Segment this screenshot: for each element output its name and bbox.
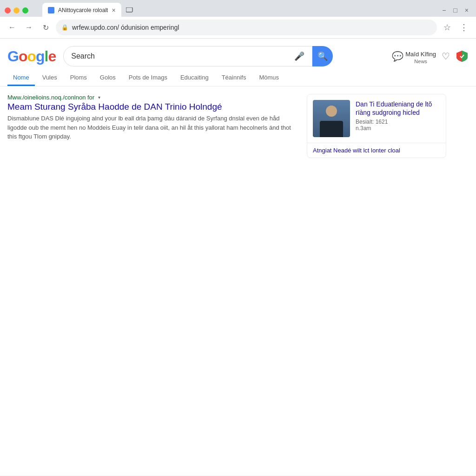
address-bar[interactable]: 🔒 [56, 20, 437, 35]
title-bar: ANittoycarole roloalt × − □ × [0, 0, 476, 17]
logo-g1: G [7, 48, 19, 65]
person-silhouette [313, 100, 350, 137]
news-image-container: Dan Ti Eduatleniang de ltŏ rïàng sudgroi… [307, 94, 446, 143]
google-header: Google Search 🎤 🔍 💬 Maīd Kīfing News [0, 39, 476, 70]
tab-bar: ANittoycarole roloalt × [38, 3, 141, 18]
result-url: Mww./oinelioins.noq./conlnon for ▾ [7, 94, 296, 101]
result-snippet: Dismablune DAS Dlé ingujoing alnd your l… [7, 114, 296, 141]
back-button[interactable]: ← [6, 21, 19, 34]
window-minimize-button[interactable]: − [439, 6, 449, 15]
minimize-button[interactable] [13, 7, 20, 13]
person-head [326, 106, 337, 117]
main-results: Mww./oinelioins.noq./conlnon for ▾ Meam … [7, 94, 296, 158]
result-item: Mww./oinelioins.noq./conlnon for ▾ Meam … [7, 94, 296, 141]
tab-close-icon[interactable]: × [112, 7, 115, 13]
heart-icon: ♡ [442, 51, 450, 61]
person-suit [320, 121, 343, 137]
logo-o1: o [19, 48, 27, 65]
tab-favicon [48, 7, 54, 13]
voice-search-button[interactable]: 🎤 [294, 51, 304, 61]
header-right: 💬 Maīd Kīfing News ♡ [392, 49, 469, 64]
refresh-button[interactable]: ↻ [39, 21, 52, 34]
news-info: Dan Ti Eduatleniang de ltŏ rïàng sudgroi… [356, 100, 440, 137]
tab-ploms[interactable]: Ploms [65, 70, 93, 86]
microphone-icon: 🎤 [294, 51, 304, 61]
tab-teainnifs[interactable]: Téainnifs [216, 70, 252, 86]
mail-sublabel: News [405, 59, 436, 64]
forward-button[interactable]: → [22, 21, 35, 34]
address-input[interactable] [72, 24, 431, 31]
browser-tab[interactable]: ANittoycarole roloalt × [42, 3, 121, 18]
news-meta: Besialt: 1621 [356, 119, 440, 125]
window-restore-button[interactable]: □ [450, 6, 460, 15]
search-button[interactable]: 🔍 [312, 46, 333, 66]
page-content: Google Search 🎤 🔍 💬 Maīd Kīfing News [0, 39, 476, 476]
logo-g2: g [36, 48, 45, 65]
window-controls-right: − □ × [439, 6, 471, 15]
close-button[interactable] [5, 7, 11, 13]
message-icon: 💬 [392, 51, 403, 62]
svg-rect-0 [126, 7, 132, 12]
news-title[interactable]: Dan Ti Eduatleniang de ltŏ rïàng sudgroi… [356, 100, 440, 117]
mail-button[interactable]: 💬 Maīd Kīfing News [392, 49, 436, 64]
result-title[interactable]: Meam Sturang Syråba Haodde de DAN Trinio… [7, 102, 296, 112]
news-image [313, 100, 350, 137]
results-container: Mww./oinelioins.noq./conlnon for ▾ Meam … [0, 86, 476, 165]
favorites-button[interactable]: ♡ [442, 51, 450, 62]
browser-chrome: ANittoycarole roloalt × − □ × ← → ↻ 🔒 ☆ [0, 0, 476, 39]
side-panel: Dan Ti Eduatleniang de ltŏ rïàng sudgroi… [307, 94, 446, 158]
tab-title: ANittoycarole roloalt [58, 7, 108, 13]
new-tab-button[interactable] [123, 5, 136, 18]
bookmark-star-button[interactable]: ☆ [441, 21, 454, 34]
tab-nome[interactable]: Nome [7, 70, 35, 86]
search-bar-container: Search 🎤 🔍 [63, 46, 333, 66]
news-more-link[interactable]: Atngiat Neadé wilt lct lonter cloal [307, 143, 446, 158]
tab-golos[interactable]: Golos [94, 70, 121, 86]
maximize-button[interactable] [22, 7, 28, 13]
window-controls [5, 7, 28, 13]
address-bar-container: ← → ↻ 🔒 ☆ ⋮ [0, 17, 476, 39]
nav-tabs: Nome Vules Ploms Golos Pots de Imags Edu… [0, 70, 476, 86]
mail-label: Maīd Kīfing [405, 51, 436, 58]
news-time: n.3am [356, 125, 440, 132]
window-close-button[interactable]: × [462, 6, 471, 15]
news-card: Dan Ti Eduatleniang de ltŏ rïàng sudgroi… [307, 94, 446, 158]
logo-e: e [48, 48, 56, 65]
search-input-wrapper[interactable]: Search 🎤 [63, 46, 312, 66]
result-dropdown-icon[interactable]: ▾ [98, 95, 100, 100]
tab-vules[interactable]: Vules [37, 70, 63, 86]
logo-o2: o [27, 48, 36, 65]
search-input[interactable]: Search [71, 52, 294, 60]
search-icon: 🔍 [317, 51, 328, 61]
tab-pots-de-imags[interactable]: Pots de Imags [123, 70, 173, 86]
menu-button[interactable]: ⋮ [457, 21, 470, 34]
tab-momus[interactable]: Mömus [253, 70, 284, 86]
lock-icon: 🔒 [61, 24, 68, 31]
shield-logo [456, 50, 469, 63]
google-logo: Google [7, 48, 56, 65]
mail-label-container: Maīd Kīfing News [405, 49, 436, 64]
tab-educaiting[interactable]: Educaiting [175, 70, 214, 86]
